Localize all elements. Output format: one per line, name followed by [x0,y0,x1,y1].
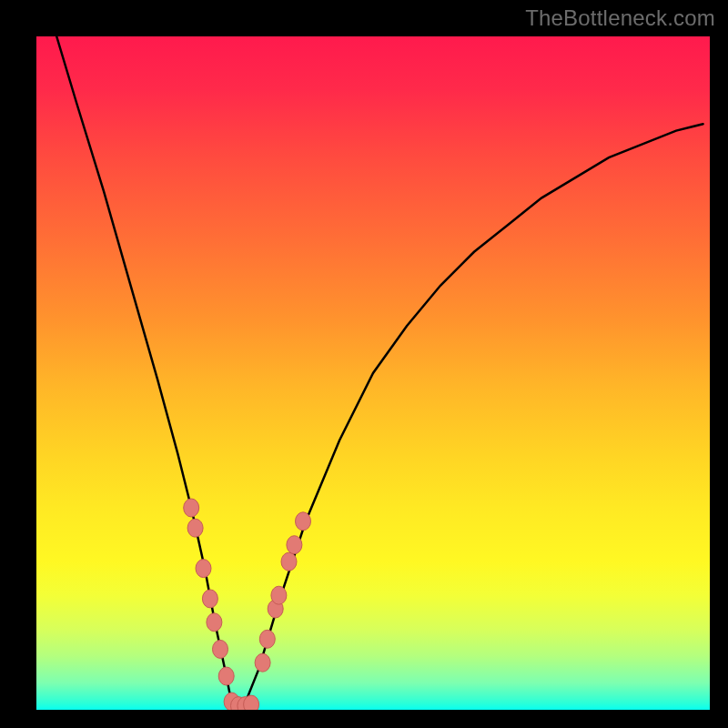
curve-marker [255,653,270,672]
curve-marker [184,499,199,517]
curve-marker [287,536,302,554]
outer-frame: TheBottleneck.com [0,0,728,728]
curve-marker [187,519,203,537]
curve-marker [296,512,311,531]
curve-marker [213,640,228,658]
curve-marker [218,667,234,685]
curve-marker [244,695,259,710]
watermark-text: TheBottleneck.com [525,5,715,31]
bottleneck-curve [36,36,710,710]
curve-marker [207,613,222,632]
curve-marker [202,590,217,608]
curve-marker [271,586,287,604]
curve-marker [259,630,275,648]
curve-marker [196,560,211,578]
curve-marker [281,552,297,571]
plot-area [36,36,710,710]
